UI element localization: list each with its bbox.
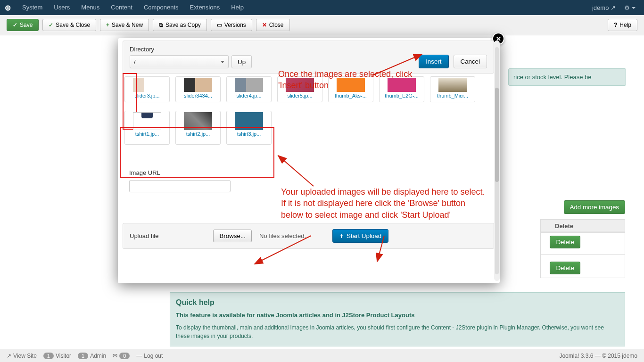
- upload-icon: [339, 232, 344, 239]
- image-thumbnail[interactable]: thumb_Aks-...: [328, 76, 373, 102]
- directory-label: Directory: [130, 46, 252, 53]
- modal-scrollbar[interactable]: [494, 41, 500, 281]
- image-thumbnail[interactable]: thumb_E2G-...: [379, 76, 424, 102]
- thumbnail-label: tshirt2.jp...: [177, 131, 219, 137]
- thumbnail-image: [133, 112, 161, 130]
- thumbnail-label: slider4.jp...: [228, 93, 270, 99]
- no-files-text: No files selected.: [259, 232, 306, 239]
- browse-button[interactable]: Browse...: [213, 230, 252, 242]
- image-thumbnail[interactable]: tshirt3.jp...: [226, 111, 272, 145]
- thumbnail-label: thumb_E2G-...: [380, 93, 423, 99]
- thumbnail-label: thumb_Micr...: [431, 93, 474, 99]
- thumbnail-image: [286, 78, 314, 92]
- image-thumbnail[interactable]: tshirt2.jp...: [175, 111, 221, 145]
- modal-overlay: ✕ Directory / Up Insert Cancel slid: [0, 0, 644, 362]
- thumbnail-image: [184, 112, 212, 130]
- image-thumbnail[interactable]: slider3434...: [175, 76, 221, 102]
- image-url-label: Image URL: [129, 169, 487, 176]
- upload-file-label: Upload file: [130, 232, 158, 239]
- thumbnail-image: [184, 78, 212, 92]
- image-picker-modal: ✕ Directory / Up Insert Cancel slid: [118, 38, 500, 283]
- thumbnail-label: slider5.jp...: [279, 93, 321, 99]
- thumbnail-label: tshirt3.jp...: [228, 131, 270, 137]
- up-button[interactable]: Up: [231, 55, 252, 68]
- image-url-section: Image URL: [123, 165, 494, 197]
- thumbnail-label: tshirt1.jp...: [126, 131, 168, 137]
- thumbnail-image: [133, 78, 161, 92]
- image-url-input[interactable]: [129, 180, 231, 192]
- thumbnail-image: [235, 112, 263, 130]
- start-upload-button[interactable]: Start Upload: [332, 229, 388, 243]
- thumbnail-label: thumb_Aks-...: [330, 93, 372, 99]
- thumbnail-image: [388, 78, 416, 92]
- insert-button[interactable]: Insert: [419, 55, 448, 68]
- directory-select[interactable]: /: [130, 55, 229, 68]
- thumbnail-image: [438, 78, 467, 92]
- image-thumbnail[interactable]: slider5.jp...: [277, 76, 322, 102]
- thumbnail-label: slider3434...: [177, 93, 219, 99]
- thumbnail-grid-row1: slider3.jp...slider3434...slider4.jp...s…: [123, 71, 494, 108]
- image-thumbnail[interactable]: thumb_Micr...: [430, 76, 475, 102]
- thumbnail-image: [235, 78, 263, 92]
- image-thumbnail[interactable]: slider4.jp...: [226, 76, 272, 102]
- thumbnail-grid-row2: tshirt1.jp...tshirt2.jp...tshirt3.jp...: [123, 111, 494, 150]
- cancel-button[interactable]: Cancel: [454, 55, 487, 68]
- thumbnail-image: [337, 78, 365, 92]
- modal-toolbar: Directory / Up Insert Cancel: [123, 41, 494, 74]
- upload-section: Upload file Browse... No files selected.…: [123, 223, 494, 249]
